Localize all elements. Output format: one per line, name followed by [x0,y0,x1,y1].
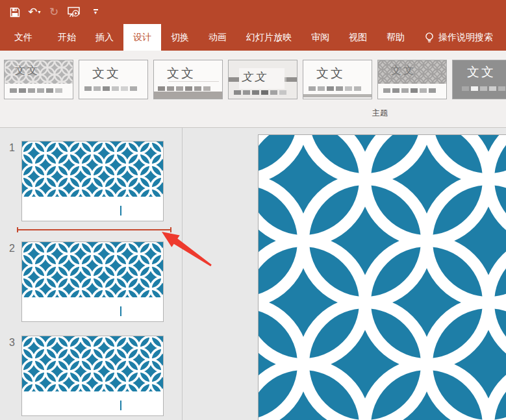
color-swatch [252,90,259,95]
slide-insertion-indicator [16,226,172,234]
slide-pattern-area [22,142,163,197]
color-swatch [203,86,210,91]
slideshow-icon [68,6,80,18]
tab-review[interactable]: 审阅 [301,24,339,51]
tab-insert[interactable]: 插入 [86,24,123,51]
color-swatch [345,86,352,91]
color-swatch [121,86,128,91]
color-swatch [28,88,35,93]
color-swatch [471,86,478,91]
color-swatch [158,86,165,91]
theme-office[interactable]: 文文 [79,60,148,99]
color-swatch [279,90,286,95]
slide-number: 1 [9,142,15,154]
theme-stripe-dark-right [286,77,297,82]
text-cursor-placeholder [120,206,121,216]
slide-pattern-area [22,242,163,297]
color-swatch [309,86,316,91]
color-swatch [392,88,399,93]
color-swatch [112,86,119,91]
theme-current-pattern[interactable]: 文文 [4,60,73,99]
tab-file[interactable]: 文件 [3,24,44,51]
start-slideshow-button[interactable] [65,4,82,21]
color-swatch [489,86,496,91]
color-swatch [336,86,343,91]
text-cursor-placeholder [120,306,121,316]
color-swatch [10,88,17,93]
redo-icon: ↻ [49,6,58,18]
color-swatch [176,86,183,91]
color-swatch [327,86,334,91]
redo-button[interactable]: ↻ [45,4,62,21]
ribbon-tab-row: 文件开始插入设计切换动画幻灯片放映审阅视图帮助 操作说明搜索 [0,24,506,51]
theme-bottom-band [154,92,223,99]
color-swatch [498,86,505,91]
color-swatch [354,86,361,91]
ribbon-tabs: 文件开始插入设计切换动画幻灯片放映审阅视图帮助 [3,24,414,51]
undo-icon: ↶ [28,6,37,18]
theme-color-swatches [309,86,361,91]
quick-access-toolbar: ↶▾↻▾ [6,4,101,21]
tab-help[interactable]: 帮助 [377,24,414,51]
themes-group-label: 主题 [354,108,406,119]
color-swatch [234,90,241,95]
color-swatch [429,88,436,93]
color-swatch [84,86,92,91]
color-swatch [185,86,192,91]
tab-design[interactable]: 设计 [123,24,161,51]
tab-transitions[interactable]: 切换 [161,24,199,51]
color-swatch [261,90,268,95]
theme-swatch-bar[interactable]: 文文 [303,60,372,99]
color-swatch [130,86,137,91]
save-button[interactable] [6,4,23,21]
theme-sample-text: 文文 [242,69,268,84]
color-swatch [243,90,250,95]
customize-qat-icon: ▾ [88,9,98,15]
tab-view[interactable]: 视图 [339,24,377,51]
theme-color-swatches [84,86,137,91]
theme-color-swatches [462,86,506,91]
color-swatch [383,88,390,93]
slide-thumbnail[interactable] [21,241,164,322]
themes-gallery: 文文文文文文文文文文文文文文 [4,60,506,99]
theme-stripe[interactable]: 文文 [228,60,297,99]
theme-sample-text: 文文 [15,64,40,78]
theme-damask[interactable]: 文文 [377,60,447,99]
color-swatch [480,86,487,91]
slide-thumbnail[interactable] [21,336,164,416]
workspace: 123 [0,128,506,420]
slide-number: 2 [9,243,15,254]
theme-color-swatches [234,90,286,95]
dropdown-caret-icon[interactable]: ▾ [38,9,41,15]
tab-animations[interactable]: 动画 [199,24,236,51]
tell-me-search[interactable]: 操作说明搜索 [418,24,500,51]
color-swatch [94,86,101,91]
customize-qat-button[interactable]: ▾ [84,4,101,21]
color-swatch [194,86,201,91]
color-swatch [103,86,110,91]
theme-underline-band[interactable]: 文文 [153,60,223,99]
text-cursor-placeholder [120,401,121,410]
title-bar: ↶▾↻▾ [0,0,506,24]
theme-sample-text: 文文 [167,65,196,82]
theme-dark[interactable]: 文文 [452,60,506,99]
theme-color-swatches [10,88,62,93]
color-swatch [420,88,427,93]
slide-number: 3 [9,337,15,349]
theme-sample-text: 文文 [92,65,121,82]
slide-editing-canvas[interactable] [183,128,506,420]
tab-slideshow[interactable]: 幻灯片放映 [236,24,301,51]
slide-thumbnail-panel: 123 [0,128,183,420]
theme-color-swatches [158,86,210,91]
powerpoint-window: ↶▾↻▾ 文件开始插入设计切换动画幻灯片放映审阅视图帮助 操作说明搜索 文文文文… [0,0,506,420]
tell-me-search-label: 操作说明搜索 [438,32,493,43]
slide-thumbnail[interactable] [21,141,164,221]
current-slide[interactable] [258,134,506,420]
undo-button[interactable]: ↶▾ [26,4,43,21]
tab-home[interactable]: 开始 [48,24,86,51]
color-swatch [318,86,325,91]
lightbulb-icon [425,32,434,43]
color-swatch [462,86,469,91]
theme-sample-text: 文文 [467,64,496,80]
color-swatch [411,88,418,93]
